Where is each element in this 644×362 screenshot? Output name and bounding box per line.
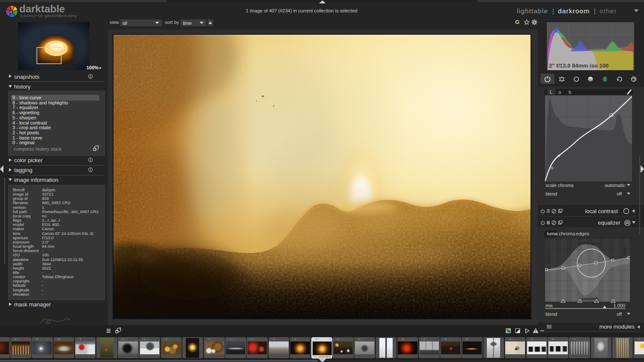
- svg-text:fine: fine: [622, 247, 627, 255]
- svg-text:contrasty: contrasty: [578, 240, 600, 246]
- svg-text:coarse: coarse: [546, 249, 551, 264]
- svg-text:2″ f/13.0 84mm iso 100: 2″ f/13.0 84mm iso 100: [549, 62, 608, 69]
